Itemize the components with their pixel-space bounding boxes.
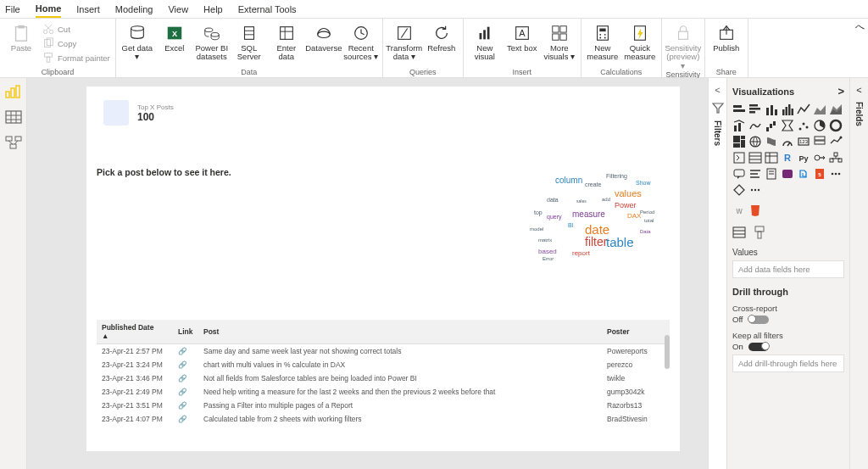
- canvas[interactable]: Top X Posts 100 Pick a post below to see…: [27, 78, 708, 469]
- svg-rect-1: [18, 25, 24, 29]
- menu-home[interactable]: Home: [36, 3, 62, 18]
- viz-type-gauge[interactable]: [781, 135, 794, 148]
- prompt-text-visual[interactable]: Pick a post below to see it here.: [97, 167, 436, 177]
- table-scrollbar[interactable]: [665, 335, 670, 369]
- col-poster[interactable]: Poster: [602, 320, 670, 344]
- format-painter-button[interactable]: Format painter: [41, 51, 112, 64]
- recent-sources-button[interactable]: Recent sources ▾: [343, 20, 379, 62]
- col-post[interactable]: Post: [198, 320, 602, 344]
- viz-type-html[interactable]: 5: [813, 167, 826, 181]
- quick-measure-button[interactable]: Quick measure: [622, 20, 658, 62]
- viz-type-treemap[interactable]: [732, 135, 746, 148]
- viz-more-menu[interactable]: [748, 183, 762, 197]
- menu-view[interactable]: View: [168, 4, 188, 14]
- viz-type-power-automate[interactable]: [797, 167, 810, 181]
- format-tab-icon[interactable]: [753, 226, 766, 239]
- collapse-viz-chevron[interactable]: >: [837, 85, 844, 98]
- table-row[interactable]: 23-Apr-21 3:24 PM🔗chart with multi value…: [97, 358, 670, 371]
- viz-type-shape[interactable]: [732, 183, 746, 197]
- viz-web-icon[interactable]: w: [732, 204, 746, 217]
- viz-type-line[interactable]: [797, 103, 810, 116]
- viz-type-slicer[interactable]: [732, 151, 746, 165]
- viz-type-stacked-bar[interactable]: [732, 103, 746, 116]
- viz-type-matrix[interactable]: [765, 151, 778, 165]
- viz-type-map[interactable]: [748, 135, 762, 148]
- menu-external-tools[interactable]: External Tools: [238, 4, 297, 14]
- viz-type-qna[interactable]: [732, 167, 746, 181]
- menu-file[interactable]: File: [5, 4, 20, 14]
- viz-type-area[interactable]: [813, 103, 826, 116]
- col-published-date[interactable]: Published Date▲: [97, 320, 173, 344]
- viz-type-stacked-area[interactable]: [829, 103, 843, 116]
- values-field-well[interactable]: Add data fields here: [732, 260, 844, 278]
- viz-type-card[interactable]: 123: [797, 135, 810, 148]
- menu-modeling[interactable]: Modeling: [115, 4, 153, 14]
- transform-data-button[interactable]: Transform data ▾: [387, 20, 422, 62]
- new-visual-button[interactable]: New visual: [467, 20, 503, 62]
- dataverse-button[interactable]: Dataverse: [306, 20, 342, 53]
- viz-html5-icon[interactable]: [748, 204, 762, 217]
- fields-pane-collapsed[interactable]: < Fields: [849, 78, 868, 469]
- viz-type-r-visual[interactable]: R: [781, 151, 794, 165]
- viz-type-python-visual[interactable]: Py: [797, 151, 810, 165]
- viz-type-waterfall[interactable]: [765, 119, 778, 132]
- ribbon-collapse-chevron[interactable]: へ: [855, 20, 865, 33]
- viz-type-paginated[interactable]: [765, 167, 778, 181]
- wordcloud-word: filter: [585, 235, 607, 248]
- sql-server-button[interactable]: SQL Server: [231, 20, 267, 62]
- card-visual-topx[interactable]: Top X Posts 100: [97, 95, 181, 131]
- viz-type-stacked-column[interactable]: [765, 103, 778, 116]
- viz-type-key-influencers[interactable]: [813, 151, 826, 165]
- text-box-button[interactable]: AText box: [504, 20, 540, 53]
- viz-type-clustered-bar[interactable]: [748, 103, 762, 116]
- paste-button[interactable]: Paste: [3, 20, 39, 53]
- viz-type-filled-map[interactable]: [765, 135, 778, 148]
- viz-type-table[interactable]: [748, 151, 762, 165]
- wordcloud-visual[interactable]: datetablefiltervaluesmeasurecolumnPowerD…: [526, 163, 670, 273]
- sensitivity-button[interactable]: Sensitivity (preview) ▾: [665, 20, 701, 70]
- fields-tab-icon[interactable]: [732, 226, 746, 239]
- pbi-datasets-button[interactable]: Power BI datasets: [194, 20, 230, 62]
- table-row[interactable]: 23-Apr-21 4:07 PM🔗Calculated table from …: [97, 412, 670, 426]
- viz-type-clustered-column[interactable]: [781, 103, 794, 116]
- viz-type-funnel[interactable]: [781, 119, 794, 132]
- menu-insert[interactable]: Insert: [76, 4, 100, 14]
- viz-type-donut[interactable]: [829, 119, 843, 132]
- group-label-queries: Queries: [387, 68, 459, 77]
- new-measure-button[interactable]: New measure: [585, 20, 620, 62]
- excel-button[interactable]: XExcel: [157, 20, 192, 53]
- keep-filters-toggle[interactable]: [748, 343, 769, 351]
- viz-type-pie[interactable]: [813, 119, 826, 132]
- refresh-button[interactable]: Refresh: [424, 20, 459, 53]
- viz-type-scatter[interactable]: [797, 119, 810, 132]
- viz-type-ribbon[interactable]: [748, 119, 762, 132]
- expand-fields-chevron[interactable]: <: [856, 85, 861, 95]
- viz-type-smart-narrative[interactable]: [748, 167, 762, 181]
- enter-data-button[interactable]: Enter data: [269, 20, 304, 62]
- table-row[interactable]: 23-Apr-21 3:46 PM🔗Not all fields from Sa…: [97, 371, 670, 385]
- get-data-button[interactable]: Get data ▾: [120, 20, 155, 62]
- cut-button[interactable]: Cut: [41, 22, 112, 36]
- expand-filters-chevron[interactable]: <: [715, 85, 720, 95]
- publish-button[interactable]: Publish: [709, 20, 744, 53]
- table-row[interactable]: 23-Apr-21 2:49 PM🔗Need help writing a me…: [97, 385, 670, 399]
- table-row[interactable]: 23-Apr-21 2:57 PM🔗Same day and same week…: [97, 344, 670, 359]
- viz-type-line-column[interactable]: [732, 119, 746, 132]
- table-visual[interactable]: Published Date▲ Link Post Poster 23-Apr-…: [97, 320, 670, 443]
- viz-type-kpi[interactable]: [829, 135, 843, 148]
- viz-type-power-apps[interactable]: [781, 167, 794, 181]
- viz-type-multi-row-card[interactable]: [813, 135, 826, 148]
- cross-report-toggle[interactable]: [748, 315, 769, 324]
- viz-type-decomposition[interactable]: [829, 151, 843, 165]
- more-visuals-button[interactable]: More visuals ▾: [542, 20, 577, 62]
- copy-button[interactable]: Copy: [41, 36, 112, 50]
- drill-through-well[interactable]: Add drill-through fields here: [732, 355, 844, 372]
- viz-type-more[interactable]: [829, 167, 843, 181]
- model-view-button[interactable]: [5, 136, 22, 149]
- col-link[interactable]: Link: [173, 320, 198, 344]
- table-row[interactable]: 23-Apr-21 3:51 PM🔗Passing a Filter into …: [97, 399, 670, 412]
- menu-help[interactable]: Help: [203, 4, 223, 14]
- report-view-button[interactable]: [5, 85, 22, 98]
- filters-pane-collapsed[interactable]: < Filters: [708, 78, 726, 469]
- data-view-button[interactable]: [5, 110, 22, 124]
